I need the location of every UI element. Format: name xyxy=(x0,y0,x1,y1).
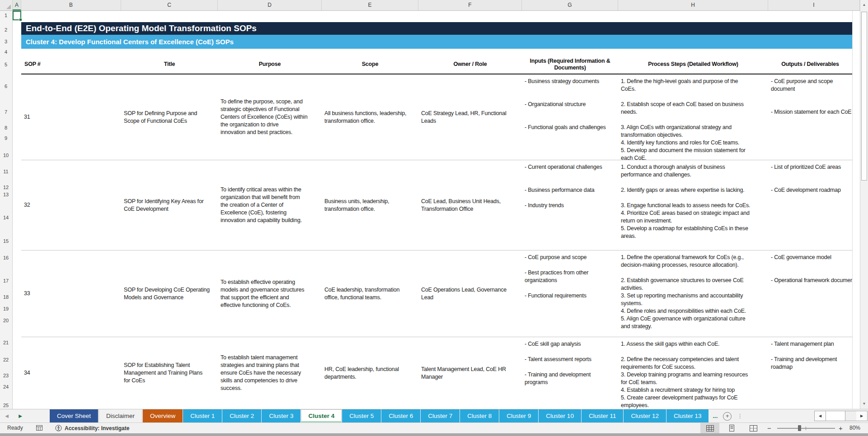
sheet-tab-cluster-3[interactable]: Cluster 3 xyxy=(262,409,300,422)
row-header-15[interactable]: 15 xyxy=(0,237,12,245)
cell-sop-sop32[interactable]: 32 xyxy=(21,160,121,250)
cell-outputs-sop33[interactable]: - CoE governance model - Operational fra… xyxy=(768,250,852,337)
row-header-22[interactable]: 22 xyxy=(0,356,12,363)
cell-owner-sop33[interactable]: CoE Operations Lead, Governance Lead xyxy=(418,250,522,337)
cell-inputs-sop31[interactable]: - Business strategy documents - Organiza… xyxy=(522,74,618,160)
zoom-in-icon[interactable]: + xyxy=(839,423,843,433)
row-header-20[interactable]: 20 xyxy=(0,317,12,324)
row-header-23[interactable]: 23 xyxy=(0,372,12,379)
sheet-tab-cluster-6[interactable]: Cluster 6 xyxy=(381,409,420,422)
row-header-10[interactable]: 10 xyxy=(0,152,12,159)
cell-title-sop31[interactable]: SOP for Defining Purpose and Scope of Fu… xyxy=(121,74,218,160)
column-header-H[interactable]: H xyxy=(618,0,768,10)
cell-steps-sop34[interactable]: 1. Assess the skill gaps within each CoE… xyxy=(618,337,768,409)
sheet-tab-cluster-8[interactable]: Cluster 8 xyxy=(460,409,499,422)
sheet-tab-cluster-2[interactable]: Cluster 2 xyxy=(222,409,261,422)
row-header-12[interactable]: 12 xyxy=(0,184,12,191)
cell-purpose-sop33[interactable]: To establish effective operating models … xyxy=(218,250,322,337)
cell-steps-sop33[interactable]: 1. Define the operational framework for … xyxy=(618,250,768,337)
horizontal-scrollbar-track[interactable] xyxy=(845,411,856,421)
macro-recording-icon[interactable] xyxy=(36,425,42,431)
normal-view-button[interactable] xyxy=(700,423,719,433)
tab-scroll-right-icon[interactable]: ▶ xyxy=(14,409,27,422)
hscroll-right-icon[interactable]: ▶ xyxy=(856,411,867,421)
horizontal-scrollbar-thumb[interactable] xyxy=(826,411,845,421)
zoom-slider-track[interactable] xyxy=(777,428,835,429)
sheet-tab-cluster-5[interactable]: Cluster 5 xyxy=(342,409,381,422)
row-header-14[interactable]: 14 xyxy=(0,214,12,221)
cell-purpose-sop32[interactable]: To identify critical areas within the or… xyxy=(218,160,322,250)
cell-outputs-sop32[interactable]: - List of prioritized CoE areas - CoE de… xyxy=(768,160,852,250)
sheet-tab-disclaimer[interactable]: Disclaimer xyxy=(99,409,142,422)
scroll-up-icon[interactable]: ▲ xyxy=(860,1,868,9)
row-header-24[interactable]: 24 xyxy=(0,383,12,390)
cell-scope-sop32[interactable]: Business units, leadership, transformati… xyxy=(322,160,418,250)
row-header-16[interactable]: 16 xyxy=(0,254,12,261)
zoom-slider-thumb[interactable] xyxy=(798,425,801,431)
sheet-tab-cluster-4[interactable]: Cluster 4 xyxy=(301,409,342,422)
cell-sop-sop34[interactable]: 34 xyxy=(21,337,121,409)
cell-scope-sop34[interactable]: HR, CoE leadership, functional departmen… xyxy=(322,337,418,409)
cell-steps-sop31[interactable]: 1. Define the high-level goals and purpo… xyxy=(618,74,768,160)
sheet-tab-cluster-12[interactable]: Cluster 12 xyxy=(624,409,666,422)
cell-title-sop33[interactable]: SOP for Developing CoE Operating Models … xyxy=(121,250,218,337)
column-header-D[interactable]: D xyxy=(218,0,322,10)
sheet-tab-cover-sheet[interactable]: Cover Sheet xyxy=(50,409,98,422)
vertical-scrollbar-thumb[interactable] xyxy=(861,12,867,181)
column-header-B[interactable]: B xyxy=(21,0,121,10)
page-break-view-button[interactable] xyxy=(744,423,763,433)
more-tabs-icon[interactable]: ⋮ xyxy=(734,409,746,422)
column-header-I[interactable]: I xyxy=(768,0,860,10)
cell-inputs-sop33[interactable]: - CoE purpose and scope - Best practices… xyxy=(522,250,618,337)
workbook-title-cell[interactable]: End-to-End (E2E) Operating Model Transfo… xyxy=(21,22,852,35)
zoom-level[interactable]: 80% xyxy=(849,423,866,433)
row-header-7[interactable]: 7 xyxy=(0,108,12,116)
column-header-E[interactable]: E xyxy=(322,0,418,10)
tab-scroll-left-icon[interactable]: ◀ xyxy=(0,409,14,422)
row-header-18[interactable]: 18 xyxy=(0,293,12,301)
cell-owner-sop32[interactable]: CoE Lead, Business Unit Heads, Transform… xyxy=(418,160,522,250)
vertical-scrollbar[interactable]: ▲ ▼ xyxy=(860,0,868,409)
row-header-8[interactable]: 8 xyxy=(0,124,12,131)
row-header-3[interactable]: 3 xyxy=(0,38,12,45)
cell-outputs-sop31[interactable]: - CoE purpose and scope document - Missi… xyxy=(768,74,852,160)
row-header-25[interactable]: 25 xyxy=(0,402,12,409)
column-header-A[interactable]: A xyxy=(13,0,21,10)
cell-sop-sop31[interactable]: 31 xyxy=(21,74,121,160)
sheet-tab-cluster-7[interactable]: Cluster 7 xyxy=(421,409,460,422)
cell-owner-sop34[interactable]: Talent Management Lead, CoE HR Manager xyxy=(418,337,522,409)
scroll-down-icon[interactable]: ▼ xyxy=(860,400,868,408)
column-header-C[interactable]: C xyxy=(121,0,218,10)
cell-scope-sop31[interactable]: All business functions, leadership, tran… xyxy=(322,74,418,160)
sheet-tab-cluster-10[interactable]: Cluster 10 xyxy=(539,409,581,422)
accessibility-status-button[interactable]: Accessibility: Investigate xyxy=(55,423,129,433)
cell-owner-sop31[interactable]: CoE Strategy Lead, HR, Functional Leads xyxy=(418,74,522,160)
cell-inputs-sop32[interactable]: - Current operational challenges - Busin… xyxy=(522,160,618,250)
cell-purpose-sop31[interactable]: To define the purpose, scope, and strate… xyxy=(218,74,322,160)
cell-steps-sop32[interactable]: 1. Conduct a thorough analysis of busine… xyxy=(618,160,768,250)
row-header-5[interactable]: 5 xyxy=(0,61,12,68)
horizontal-scrollbar[interactable]: ◀ ▶ xyxy=(814,411,868,421)
cluster-subtitle-cell[interactable]: Cluster 4: Develop Functional Centers of… xyxy=(21,35,852,49)
cell-title-sop32[interactable]: SOP for Identifying Key Areas for CoE De… xyxy=(121,160,218,250)
cell-scope-sop33[interactable]: CoE leadership, transformation office, f… xyxy=(322,250,418,337)
cell-outputs-sop34[interactable]: - Talent management plan - Training and … xyxy=(768,337,852,409)
row-header-1[interactable]: 1 xyxy=(0,12,12,19)
cell-purpose-sop34[interactable]: To establish talent management strategie… xyxy=(218,337,322,409)
row-header-2[interactable]: 2 xyxy=(0,26,12,33)
column-header-F[interactable]: F xyxy=(418,0,522,10)
cell-inputs-sop34[interactable]: - CoE skill gap analysis - Talent assess… xyxy=(522,337,618,409)
sheet-tab-cluster-1[interactable]: Cluster 1 xyxy=(183,409,222,422)
cell-sop-sop33[interactable]: 33 xyxy=(21,250,121,337)
row-header-11[interactable]: 11 xyxy=(0,168,12,175)
sheet-tab-cluster-13[interactable]: Cluster 13 xyxy=(666,409,709,422)
row-header-13[interactable]: 13 xyxy=(0,191,12,198)
page-layout-view-button[interactable] xyxy=(722,423,741,433)
row-header-9[interactable]: 9 xyxy=(0,135,12,142)
new-sheet-icon[interactable]: + xyxy=(723,412,732,421)
sheet-tab-cluster-11[interactable]: Cluster 11 xyxy=(582,409,624,422)
zoom-out-icon[interactable]: − xyxy=(767,423,771,433)
row-header-21[interactable]: 21 xyxy=(0,339,12,346)
hscroll-left-icon[interactable]: ◀ xyxy=(815,411,826,421)
row-header-6[interactable]: 6 xyxy=(0,83,12,90)
